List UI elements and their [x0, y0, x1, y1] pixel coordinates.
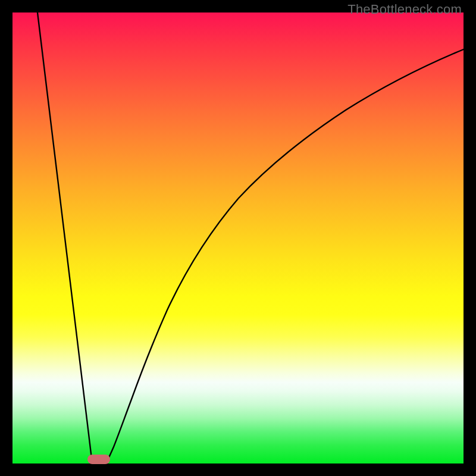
watermark-text: TheBottleneck.com [347, 2, 462, 17]
bottleneck-marker [87, 455, 110, 464]
left-linear-segment [37, 12, 92, 464]
curve-layer [12, 12, 464, 464]
right-curve [106, 49, 464, 464]
plot-area [12, 12, 464, 464]
